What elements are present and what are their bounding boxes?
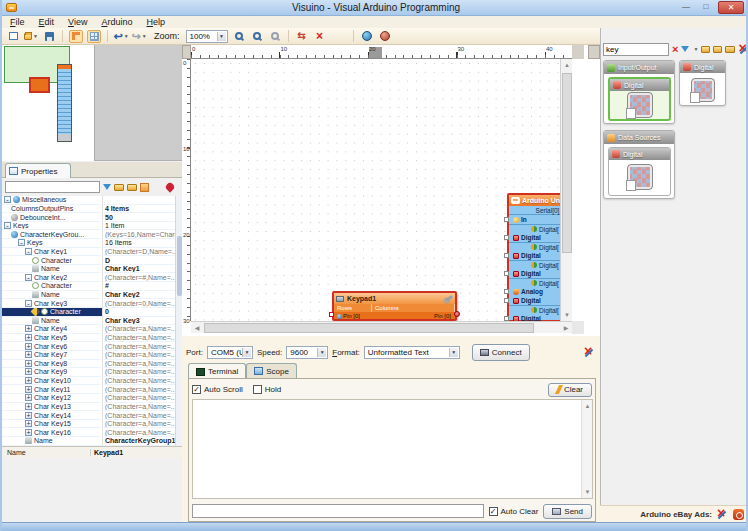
expand-icon[interactable]: + xyxy=(25,377,32,384)
canvas-horizontal-scrollbar[interactable]: ◀ ▶ xyxy=(191,321,572,333)
keypad-rows-pin[interactable]: Pin [0] xyxy=(337,313,360,319)
input-pin-connector[interactable] xyxy=(504,289,509,294)
property-row[interactable]: CharacterKeyGrou...(Keys=16,Name=Charact… xyxy=(2,230,182,239)
close-button[interactable]: ✕ xyxy=(718,1,744,14)
pin-label[interactable]: Digital xyxy=(521,297,541,304)
property-value[interactable]: (Character=a,Name=.. xyxy=(102,428,175,436)
expand-icon[interactable]: + xyxy=(25,334,32,341)
zoom-combobox[interactable]: 100% ▼ xyxy=(186,30,228,43)
keypad1-component[interactable]: Keypad1 Rows Pin [0] Columns xyxy=(332,291,457,321)
keypad-columns-pin[interactable]: Pin [0] xyxy=(434,313,451,319)
help-button[interactable] xyxy=(360,30,374,43)
maximize-button[interactable]: □ xyxy=(698,2,714,13)
collapse-icon[interactable]: - xyxy=(25,274,32,281)
toggle-snap-button[interactable] xyxy=(69,30,83,43)
scroll-up-arrow[interactable]: ▲ xyxy=(561,59,573,71)
property-value[interactable]: (Character=0,Name=.. xyxy=(102,299,175,307)
property-row[interactable]: +Char Key8(Character=a,Name=.. xyxy=(2,360,182,369)
expand-icon[interactable]: + xyxy=(25,368,32,375)
send-input[interactable] xyxy=(192,504,484,518)
property-value[interactable]: (Character=a,Name=.. xyxy=(102,377,175,385)
property-row[interactable]: +Char Key12(Character=a,Name=.. xyxy=(2,394,182,403)
property-row[interactable]: -Char Key2(Character=#,Name=.. xyxy=(2,273,182,282)
filter-dropdown-arrow[interactable]: ▼ xyxy=(693,46,698,52)
keypad-columns-output-connector[interactable] xyxy=(454,311,460,317)
scroll-left-arrow[interactable]: ◀ xyxy=(191,322,203,334)
property-value[interactable]: (Character=a,Name=.. xyxy=(102,403,175,411)
property-row[interactable]: +Char Key7(Character=a,Name=.. xyxy=(2,351,182,360)
ads-tools-icon[interactable] xyxy=(716,508,729,521)
property-value[interactable]: 0 xyxy=(102,308,175,316)
palette-item-digital-io[interactable]: Digital xyxy=(608,77,671,121)
property-value[interactable]: (Character=a,Name=.. xyxy=(102,394,175,402)
property-row[interactable]: -Char Key1(Character=D,Name=.. xyxy=(2,248,182,257)
property-value[interactable]: (Character=a,Name=.. xyxy=(102,420,175,428)
property-value[interactable]: Char Key2 xyxy=(102,291,175,299)
overview-minimap[interactable] xyxy=(2,45,182,161)
hold-checkbox[interactable]: Hold xyxy=(253,385,281,394)
property-value[interactable]: (Character=a,Name=.. xyxy=(102,351,175,359)
palette-item-digital-datasource[interactable]: Digital xyxy=(608,147,671,196)
property-row[interactable]: Character# xyxy=(2,282,182,291)
zoom-combo-arrow[interactable]: ▼ xyxy=(217,32,226,41)
property-value[interactable]: (Character=a,Name=.. xyxy=(102,334,175,342)
pin-label[interactable]: Analog xyxy=(521,288,543,295)
property-row[interactable]: CharacterD xyxy=(2,256,182,265)
property-row[interactable]: +Char Key13(Character=a,Name=.. xyxy=(2,403,182,412)
collapse-icon[interactable]: - xyxy=(18,239,25,246)
keypad-header[interactable]: Keypad1 xyxy=(334,293,455,304)
pin-label[interactable]: Digital xyxy=(521,234,541,241)
zoom-in-button[interactable] xyxy=(232,30,246,43)
redo-dropdown-arrow[interactable]: ▼ xyxy=(142,33,147,39)
design-surface[interactable]: Keypad1 Rows Pin [0] Columns xyxy=(191,59,560,321)
property-value[interactable]: (Character=a,Name=.. xyxy=(102,368,175,376)
property-value[interactable]: # xyxy=(102,282,175,290)
collapse-icon[interactable]: - xyxy=(25,300,32,307)
speed-combobox[interactable]: 9600 ▼ xyxy=(286,346,328,359)
group-data-sources-header[interactable]: Data Sources xyxy=(604,131,674,144)
pin-label[interactable]: In xyxy=(521,216,527,223)
property-row[interactable]: NameCharacterKeyGroup1 xyxy=(2,437,182,446)
property-row[interactable]: +Char Key15(Character=a,Name=.. xyxy=(2,420,182,429)
property-value[interactable]: CharacterKeyGroup1 xyxy=(102,437,175,445)
expand-icon[interactable]: + xyxy=(25,403,32,410)
auto-scroll-checkmark[interactable]: ✓ xyxy=(192,385,201,394)
menu-item-arduino[interactable]: Arduino xyxy=(101,17,132,27)
collapse-all-icon[interactable] xyxy=(127,184,137,191)
new-project-button[interactable] xyxy=(6,30,20,43)
palette-tools-icon[interactable] xyxy=(738,43,748,56)
input-pin-connector[interactable] xyxy=(504,235,509,240)
terminal-tools-icon[interactable] xyxy=(583,346,596,359)
property-value[interactable]: 16 Items xyxy=(102,239,175,247)
clear-button[interactable]: Clear xyxy=(548,383,592,397)
clear-search-icon[interactable]: × xyxy=(672,44,678,55)
collapse-icon[interactable]: - xyxy=(25,248,32,255)
port-combo-arrow[interactable]: ▼ xyxy=(242,348,251,357)
expand-icon[interactable]: + xyxy=(25,351,32,358)
terminal-scroll-up-arrow[interactable]: ▲ xyxy=(582,400,593,412)
palette-folder-icon-1[interactable] xyxy=(701,46,710,53)
pin-panel-icon[interactable] xyxy=(164,181,175,192)
pin-label[interactable]: Digital xyxy=(521,252,541,259)
send-button[interactable]: Send xyxy=(543,504,592,519)
expand-all-icon[interactable] xyxy=(114,184,124,191)
vertical-scroll-thumb[interactable] xyxy=(562,73,572,253)
format-combobox[interactable]: Unformatted Text ▼ xyxy=(364,346,460,359)
toggle-grid-button[interactable] xyxy=(87,30,101,43)
format-combo-arrow[interactable]: ▼ xyxy=(449,348,458,357)
input-pin-connector[interactable] xyxy=(504,253,509,258)
palette-search-input[interactable] xyxy=(603,43,669,56)
speed-combo-arrow[interactable]: ▼ xyxy=(317,348,326,357)
expand-icon[interactable]: + xyxy=(25,394,32,401)
property-row[interactable]: -Char Key3(Character=0,Name=.. xyxy=(2,299,182,308)
property-row[interactable]: DebounceInt...50 xyxy=(2,213,182,222)
pin-label[interactable]: Digital xyxy=(521,270,541,277)
connect-button[interactable]: Connect xyxy=(472,344,530,361)
keypad-settings-wrench-icon[interactable] xyxy=(445,295,453,302)
menu-item-edit[interactable]: Edit xyxy=(39,17,55,27)
ads-stop-icon[interactable] xyxy=(733,509,744,520)
expand-icon[interactable]: + xyxy=(25,386,32,393)
zoom-out-button[interactable] xyxy=(250,30,264,43)
property-row[interactable]: NameChar Key1 xyxy=(2,265,182,274)
palette-folder-icon-2[interactable] xyxy=(713,46,722,53)
